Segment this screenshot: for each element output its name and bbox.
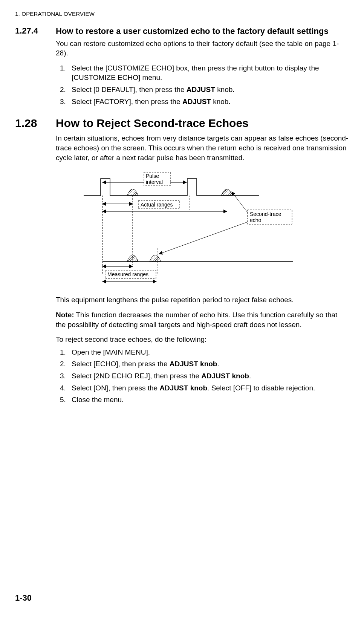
intro-paragraph: In certain situations, echoes from very … [56, 133, 349, 162]
figure-second-trace-echo: Pulse interval Actual ranges Second-trac… [56, 169, 349, 290]
list-item: Select [0 DEFAULT], then press the ADJUS… [68, 85, 349, 95]
list-item: Select [2ND ECHO REJ], then press the AD… [68, 371, 349, 381]
svg-line-11 [159, 222, 248, 254]
step-bold: ADJUST [187, 86, 215, 93]
svg-line-10 [232, 192, 248, 213]
step-bold: ADJUST [182, 98, 211, 106]
subsection-title: How to restore a user customized echo to… [56, 26, 329, 37]
label-second-trace-2: echo [250, 217, 262, 223]
label-measured-ranges: Measured ranges [107, 271, 148, 277]
section-number: 1.28 [15, 117, 44, 130]
steps-list-1: Select the [CUSTOMIZE ECHO] box, then pr… [56, 63, 349, 107]
step-text: knob. [215, 86, 235, 93]
intro-paragraph: You can restore customized echo options … [56, 39, 349, 58]
step-text: Select [ON], then press the [72, 384, 159, 392]
step-text: Select [ECHO], then press the [72, 360, 170, 368]
step-bold: ADJUST knob [201, 372, 249, 380]
note-body: This function decreases the number of ec… [56, 311, 337, 329]
step-text: . [249, 372, 251, 380]
subsection-heading: 1.27.4 How to restore a user customized … [15, 26, 349, 37]
diagram-svg: Pulse interval Actual ranges Second-trac… [82, 169, 323, 290]
list-item: Open the [MAIN MENU]. [68, 347, 349, 357]
step-bold: ADJUST knob [170, 360, 217, 368]
label-second-trace-1: Second-trace [250, 211, 281, 217]
note-label: Note: [56, 311, 74, 319]
list-item: Select the [CUSTOMIZE ECHO] box, then pr… [68, 63, 349, 83]
step-text: Select [0 DEFAULT], then press the [72, 86, 187, 93]
steps-list-2: Open the [MAIN MENU]. Select [ECHO], the… [56, 347, 349, 405]
step-text: Open the [MAIN MENU]. [72, 348, 150, 356]
page-number: 1-30 [15, 593, 32, 603]
subsection-number: 1.27.4 [15, 26, 45, 37]
lead-paragraph: To reject second trace echoes, do the fo… [56, 335, 349, 344]
label-pulse-interval-2: interval [146, 179, 163, 185]
running-header: 1. OPERATIONAL OVERVIEW [15, 11, 349, 17]
list-item: Select [ECHO], then press the ADJUST kno… [68, 359, 349, 369]
list-item: Select [FACTORY], then press the ADJUST … [68, 97, 349, 107]
label-actual-ranges: Actual ranges [141, 202, 173, 208]
section-title: How to Reject Second-trace Echoes [56, 117, 249, 130]
list-item: Close the menu. [68, 395, 349, 405]
label-pulse-interval-1: Pulse [146, 173, 159, 179]
section-heading: 1.28 How to Reject Second-trace Echoes [15, 117, 349, 130]
step-text: . Select [OFF] to disable rejection. [207, 384, 315, 392]
step-bold: ADJUST knob [159, 384, 207, 392]
note-paragraph: Note: This function decreases the number… [56, 310, 349, 329]
step-text: Select [FACTORY], then press the [72, 98, 182, 106]
step-text: . [217, 360, 219, 368]
step-text: Select the [CUSTOMIZE ECHO] box, then pr… [72, 64, 319, 82]
step-text: Close the menu. [72, 396, 124, 404]
paragraph: This equipment lengthens the pulse repet… [56, 295, 349, 305]
step-text: Select [2ND ECHO REJ], then press the [72, 372, 201, 380]
step-text: knob. [211, 98, 231, 106]
list-item: Select [ON], then press the ADJUST knob.… [68, 383, 349, 393]
